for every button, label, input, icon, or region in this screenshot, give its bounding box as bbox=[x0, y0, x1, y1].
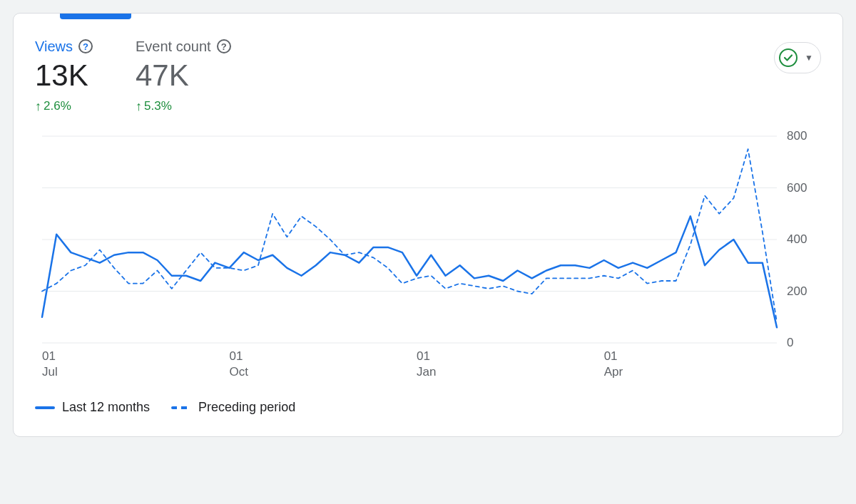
svg-text:200: 200 bbox=[787, 284, 807, 298]
metric-event-count[interactable]: Event count ? 47K ↑ 5.3% bbox=[136, 39, 231, 113]
metric-event-count-label: Event count bbox=[136, 39, 211, 53]
chart-options-button[interactable]: ▼ bbox=[774, 42, 821, 73]
svg-text:Apr: Apr bbox=[604, 365, 623, 379]
chart-legend: Last 12 months Preceding period bbox=[35, 400, 821, 415]
card-header: Views ? 13K ↑ 2.6% Event count ? 47K ↑ 5… bbox=[35, 14, 821, 113]
metric-views[interactable]: Views ? 13K ↑ 2.6% bbox=[35, 39, 93, 113]
check-circle-icon bbox=[779, 48, 798, 67]
legend-swatch-solid bbox=[35, 406, 55, 409]
line-chart: 020040060080001Jul01Oct01Jan01Apr bbox=[35, 129, 821, 386]
active-tab-indicator bbox=[60, 14, 131, 19]
arrow-up-icon: ↑ bbox=[136, 100, 142, 113]
metric-event-count-value: 47K bbox=[136, 59, 231, 92]
svg-text:400: 400 bbox=[787, 232, 807, 246]
svg-text:01: 01 bbox=[42, 349, 56, 363]
metric-event-count-delta: ↑ 5.3% bbox=[136, 99, 231, 113]
legend-swatch-dashed bbox=[171, 406, 191, 409]
metric-views-value: 13K bbox=[35, 59, 93, 92]
svg-text:0: 0 bbox=[787, 336, 793, 349]
metric-views-delta: ↑ 2.6% bbox=[35, 99, 93, 113]
svg-text:Jan: Jan bbox=[417, 365, 436, 379]
arrow-up-icon: ↑ bbox=[35, 100, 41, 113]
svg-text:Oct: Oct bbox=[230, 365, 249, 379]
legend-series-a: Last 12 months bbox=[35, 400, 150, 415]
analytics-card: Views ? 13K ↑ 2.6% Event count ? 47K ↑ 5… bbox=[13, 13, 843, 437]
chart-svg: 020040060080001Jul01Oct01Jan01Apr bbox=[35, 129, 820, 386]
svg-text:01: 01 bbox=[417, 349, 430, 363]
help-icon[interactable]: ? bbox=[217, 39, 231, 53]
svg-text:800: 800 bbox=[787, 129, 807, 143]
svg-text:01: 01 bbox=[604, 349, 618, 363]
chevron-down-icon: ▼ bbox=[805, 53, 813, 63]
metrics-row: Views ? 13K ↑ 2.6% Event count ? 47K ↑ 5… bbox=[35, 39, 774, 113]
metric-views-label: Views bbox=[35, 39, 73, 53]
help-icon[interactable]: ? bbox=[78, 39, 93, 53]
svg-text:600: 600 bbox=[787, 181, 807, 195]
svg-text:01: 01 bbox=[230, 349, 243, 363]
svg-text:Jul: Jul bbox=[42, 365, 58, 379]
legend-series-b: Preceding period bbox=[171, 400, 295, 415]
